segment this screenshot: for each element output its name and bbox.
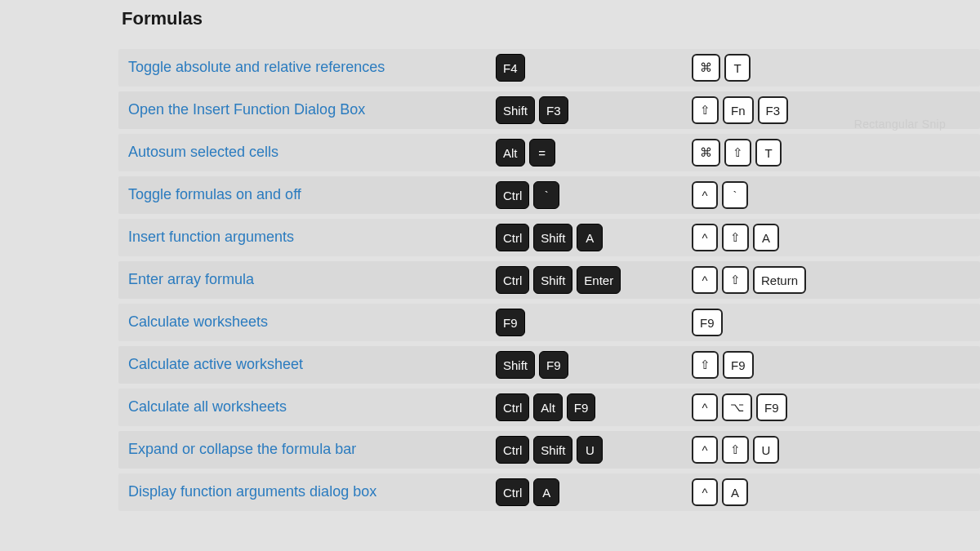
- key--mac: ^: [692, 266, 718, 294]
- key-enter-win: Enter: [577, 266, 621, 294]
- shortcut-description[interactable]: Calculate active worksheet: [118, 357, 496, 373]
- key--mac: ^: [692, 393, 718, 421]
- windows-keys: ShiftF9: [496, 351, 692, 379]
- key-f9-mac: F9: [756, 393, 787, 421]
- key-f9-mac: F9: [692, 309, 723, 336]
- key--mac: ^: [692, 478, 718, 506]
- shortcut-description[interactable]: Toggle formulas on and off: [118, 187, 496, 203]
- key-shift-win: Shift: [496, 351, 535, 379]
- key-ctrl-win: Ctrl: [496, 436, 529, 464]
- mac-keys: ⇧F9: [692, 351, 754, 379]
- shortcut-row: Insert function argumentsCtrlShiftA^⇧A: [118, 219, 980, 256]
- key--mac: ⇧: [722, 224, 749, 251]
- key--mac: ^: [692, 181, 718, 209]
- shortcut-row: Toggle absolute and relative referencesF…: [118, 49, 980, 87]
- key-alt-win: Alt: [496, 139, 525, 167]
- key-fn-mac: Fn: [723, 96, 754, 124]
- shortcut-row: Expand or collapse the formula barCtrlSh…: [118, 431, 980, 469]
- key--mac: ⇧: [724, 139, 751, 167]
- shortcut-description[interactable]: Open the Insert Function Dialog Box: [118, 102, 496, 118]
- key-f3-mac: F3: [758, 96, 789, 124]
- mac-keys: ^⇧U: [692, 436, 779, 464]
- section-heading: Formulas: [122, 8, 980, 29]
- windows-keys: CtrlA: [496, 478, 692, 506]
- key-a-win: A: [533, 478, 559, 506]
- shortcut-row: Autosum selected cellsAlt=⌘⇧T: [118, 134, 980, 171]
- key-shift-win: Shift: [533, 436, 572, 464]
- key--mac: ⇧: [722, 436, 749, 464]
- key--mac: ⌥: [722, 393, 752, 421]
- windows-keys: Ctrl`: [496, 181, 692, 209]
- windows-keys: F9: [496, 309, 692, 336]
- mac-keys: ^`: [692, 181, 748, 209]
- key-ctrl-win: Ctrl: [496, 266, 529, 294]
- shortcut-description[interactable]: Enter array formula: [118, 272, 496, 288]
- windows-keys: CtrlShiftA: [496, 224, 692, 251]
- key-t-mac: T: [755, 139, 782, 167]
- key-shift-win: Shift: [533, 266, 572, 294]
- windows-keys: Alt=: [496, 139, 692, 167]
- watermark-text: Rectangular Snip: [854, 118, 946, 131]
- windows-keys: ShiftF3: [496, 96, 692, 124]
- mac-keys: ^⇧A: [692, 224, 779, 251]
- windows-keys: CtrlShiftU: [496, 436, 692, 464]
- shortcut-row: Calculate all worksheetsCtrlAltF9^⌥F9: [118, 389, 980, 426]
- key-f4-win: F4: [496, 54, 525, 82]
- key-a-mac: A: [753, 224, 779, 251]
- key-return-mac: Return: [753, 266, 806, 294]
- key-ctrl-win: Ctrl: [496, 181, 529, 209]
- key-f3-win: F3: [539, 96, 568, 124]
- key-f9-win: F9: [539, 351, 568, 379]
- key-a-win: A: [577, 224, 603, 251]
- shortcut-description[interactable]: Toggle absolute and relative references: [118, 60, 496, 76]
- shortcut-description[interactable]: Insert function arguments: [118, 229, 496, 246]
- key-ctrl-win: Ctrl: [496, 478, 529, 506]
- key--mac: ⌘: [692, 54, 720, 82]
- key--win: `: [533, 181, 559, 209]
- key--mac: ⇧: [692, 351, 719, 379]
- shortcut-row: Calculate active worksheetShiftF9⇧F9: [118, 346, 980, 384]
- key--mac: ⇧: [692, 96, 719, 124]
- shortcut-description[interactable]: Calculate all worksheets: [118, 399, 496, 415]
- key-f9-win: F9: [496, 309, 525, 336]
- windows-keys: F4: [496, 54, 692, 82]
- windows-keys: CtrlShiftEnter: [496, 266, 692, 294]
- shortcut-description[interactable]: Autosum selected cells: [118, 144, 496, 161]
- key--mac: ⌘: [692, 139, 720, 167]
- key--mac: ^: [692, 224, 718, 251]
- mac-keys: ⇧FnF3: [692, 96, 788, 124]
- key-alt-win: Alt: [533, 393, 563, 421]
- key-u-win: U: [577, 436, 603, 464]
- mac-keys: ^⌥F9: [692, 393, 787, 421]
- windows-keys: CtrlAltF9: [496, 393, 692, 421]
- mac-keys: ^⇧Return: [692, 266, 806, 294]
- mac-keys: ⌘T: [692, 54, 751, 82]
- shortcut-row: Open the Insert Function Dialog BoxShift…: [118, 91, 980, 129]
- shortcut-description[interactable]: Display function arguments dialog box: [118, 484, 496, 500]
- mac-keys: ⌘⇧T: [692, 139, 782, 167]
- shortcut-row: Calculate worksheetsF9F9: [118, 304, 980, 341]
- shortcut-description[interactable]: Expand or collapse the formula bar: [118, 442, 496, 458]
- key--mac: ^: [692, 436, 718, 464]
- key-u-mac: U: [753, 436, 779, 464]
- key-shift-win: Shift: [533, 224, 572, 251]
- key--mac: ⇧: [722, 266, 749, 294]
- key-ctrl-win: Ctrl: [496, 393, 529, 421]
- shortcut-row: Enter array formulaCtrlShiftEnter^⇧Retur…: [118, 261, 980, 299]
- key-f9-mac: F9: [723, 351, 754, 379]
- shortcut-description[interactable]: Calculate worksheets: [118, 314, 496, 331]
- key--win: =: [529, 139, 555, 167]
- key--mac: `: [722, 181, 748, 209]
- key-a-mac: A: [722, 478, 748, 506]
- key-shift-win: Shift: [496, 96, 535, 124]
- mac-keys: ^A: [692, 478, 748, 506]
- shortcut-table: Toggle absolute and relative referencesF…: [118, 49, 980, 511]
- key-t-mac: T: [724, 54, 751, 82]
- shortcut-row: Toggle formulas on and offCtrl`^`: [118, 176, 980, 214]
- mac-keys: F9: [692, 309, 723, 336]
- key-f9-win: F9: [567, 393, 596, 421]
- shortcut-row: Display function arguments dialog boxCtr…: [118, 473, 980, 511]
- key-ctrl-win: Ctrl: [496, 224, 529, 251]
